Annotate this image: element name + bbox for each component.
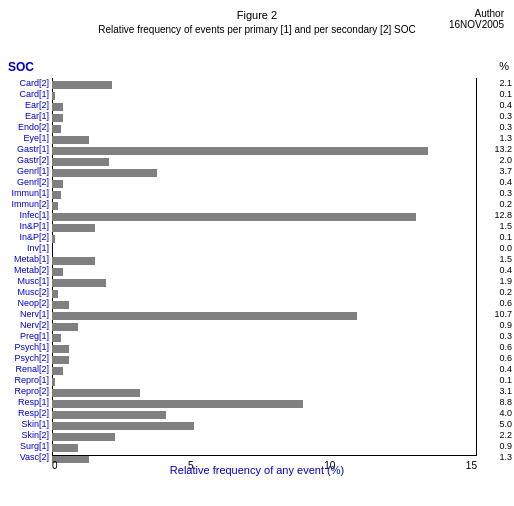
bar-container <box>52 101 479 109</box>
table-row: Musc[1]1.9 <box>0 276 514 286</box>
table-row: Endo[2]0.3 <box>0 122 514 132</box>
pct-value: 0.4 <box>479 265 514 275</box>
pct-value: 2.1 <box>479 78 514 88</box>
bar <box>52 345 69 353</box>
row-label: Vasc[2] <box>0 452 52 462</box>
pct-value: 0.6 <box>479 342 514 352</box>
bar-container <box>52 277 479 285</box>
pct-value: 0.1 <box>479 232 514 242</box>
table-row: Gastr[2]2.0 <box>0 155 514 165</box>
pct-value: 12.8 <box>479 210 514 220</box>
bar <box>52 356 69 364</box>
bar <box>52 268 63 276</box>
bar-container <box>52 134 479 142</box>
row-label: Infec[1] <box>0 210 52 220</box>
row-label: Resp[1] <box>0 397 52 407</box>
row-label: Gastr[2] <box>0 155 52 165</box>
row-label: Repro[2] <box>0 386 52 396</box>
table-row: In&P[1]1.5 <box>0 221 514 231</box>
bar-container <box>52 255 479 263</box>
bar <box>52 301 69 309</box>
bar <box>52 400 303 408</box>
row-label: Renal[2] <box>0 364 52 374</box>
bar <box>52 444 78 452</box>
table-row: Eye[1]1.3 <box>0 133 514 143</box>
bar-container <box>52 233 479 241</box>
row-label: Eye[1] <box>0 133 52 143</box>
bar <box>52 147 428 155</box>
row-label: Ear[1] <box>0 111 52 121</box>
row-label: Nerv[1] <box>0 309 52 319</box>
pct-value: 0.1 <box>479 89 514 99</box>
bar-container <box>52 112 479 120</box>
pct-value: 1.9 <box>479 276 514 286</box>
author-block: Author 16NOV2005 <box>449 8 504 30</box>
bar <box>52 367 63 375</box>
author-label: Author <box>449 8 504 19</box>
bar <box>52 125 61 133</box>
pct-value: 0.9 <box>479 441 514 451</box>
bar-container <box>52 310 479 318</box>
bar-container <box>52 288 479 296</box>
row-label: Endo[2] <box>0 122 52 132</box>
table-row: Metab[1]1.5 <box>0 254 514 264</box>
bar <box>52 422 194 430</box>
bar-container <box>52 123 479 131</box>
bar <box>52 323 78 331</box>
row-label: Inv[1] <box>0 243 52 253</box>
table-row: Musc[2]0.2 <box>0 287 514 297</box>
chart-header: Figure 2 Relative frequency of events pe… <box>0 0 514 37</box>
row-label: Card[1] <box>0 89 52 99</box>
bar <box>52 334 61 342</box>
row-label: Psych[2] <box>0 353 52 363</box>
pct-value: 1.3 <box>479 133 514 143</box>
rows-container: Card[2]2.1Card[1]0.1Ear[2]0.4Ear[1]0.3En… <box>0 78 514 436</box>
pct-value: 8.8 <box>479 397 514 407</box>
table-row: Skin[2]2.2 <box>0 430 514 440</box>
table-row: Renal[2]0.4 <box>0 364 514 374</box>
table-row: Surg[1]0.9 <box>0 441 514 451</box>
row-label: Immun[2] <box>0 199 52 209</box>
bar <box>52 290 58 298</box>
bar <box>52 114 63 122</box>
bar <box>52 136 89 144</box>
bar-container <box>52 365 479 373</box>
table-row: Skin[1]5.0 <box>0 419 514 429</box>
pct-value: 0.4 <box>479 364 514 374</box>
table-row: Card[2]2.1 <box>0 78 514 88</box>
bar <box>52 312 357 320</box>
bar <box>52 81 112 89</box>
bar-container <box>52 178 479 186</box>
pct-value: 0.3 <box>479 331 514 341</box>
row-label: Surg[1] <box>0 441 52 451</box>
table-row: Metab[2]0.4 <box>0 265 514 275</box>
bar <box>52 202 58 210</box>
table-row: Ear[2]0.4 <box>0 100 514 110</box>
bar-container <box>52 266 479 274</box>
bar-container <box>52 167 479 175</box>
bar-container <box>52 156 479 164</box>
bar-container <box>52 244 479 252</box>
row-label: Metab[2] <box>0 265 52 275</box>
pct-value: 0.3 <box>479 122 514 132</box>
bar-container <box>52 398 479 406</box>
bar-container <box>52 211 479 219</box>
row-label: Psych[1] <box>0 342 52 352</box>
bar-container <box>52 200 479 208</box>
figure-title-line1: Figure 2 <box>0 8 514 23</box>
row-label: Repro[1] <box>0 375 52 385</box>
bar <box>52 224 95 232</box>
table-row: Preg[1]0.3 <box>0 331 514 341</box>
percent-header: % <box>499 60 509 72</box>
table-row: Inv[1]0.0 <box>0 243 514 253</box>
pct-value: 5.0 <box>479 419 514 429</box>
bar <box>52 378 55 386</box>
table-row: Genrl[2]0.4 <box>0 177 514 187</box>
bar-container <box>52 90 479 98</box>
bar-container <box>52 145 479 153</box>
row-label: Ear[2] <box>0 100 52 110</box>
bar-container <box>52 431 479 439</box>
table-row: Gastr[1]13.2 <box>0 144 514 154</box>
bar-container <box>52 409 479 417</box>
bar-container <box>52 79 479 87</box>
